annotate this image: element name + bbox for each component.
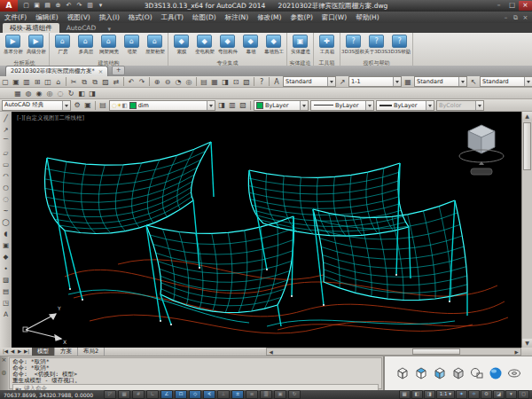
std-toolbar-button-14[interactable]: ↷ xyxy=(137,77,147,87)
status-toggle-grid[interactable]: # xyxy=(132,390,145,399)
menu-item-1[interactable]: 编辑(E) xyxy=(31,12,63,23)
std-toolbar-button-7[interactable]: ✂ xyxy=(68,77,79,87)
command-window-grip[interactable]: × ⚙ xyxy=(0,356,8,390)
draw-tool-11[interactable]: ▣ xyxy=(1,239,11,251)
std-toolbar-button-13[interactable]: ↶ xyxy=(126,77,137,87)
close-button[interactable]: × xyxy=(519,1,532,11)
std-toolbar-button-22[interactable]: ▦ xyxy=(209,77,220,87)
draw-tool-8[interactable]: ∼ xyxy=(1,205,11,216)
chevron-down-icon[interactable] xyxy=(207,101,215,110)
file-tab-close-icon[interactable]: × xyxy=(98,68,103,75)
ribbon-tab-0[interactable]: 模块-幕墙组件 xyxy=(3,23,59,33)
draw-tool-15[interactable]: ▤ xyxy=(1,286,11,297)
draw-tool-7[interactable]: ◌ xyxy=(1,193,11,205)
menu-item-4[interactable]: 格式(O) xyxy=(124,12,157,23)
status-toggle-infer-constraints[interactable]: ◸ xyxy=(104,390,116,399)
std-toolbar-button-11[interactable]: ⇄ xyxy=(111,77,121,87)
viewport-label[interactable]: [-][自定义视图][二维线框] xyxy=(17,114,84,122)
annotation-visibility-icon[interactable]: ✦ xyxy=(456,390,467,399)
menu-item-0[interactable]: 文件(F) xyxy=(0,12,31,23)
chevron-down-icon[interactable] xyxy=(327,77,335,86)
draw-tool-14[interactable]: ▨ xyxy=(1,274,11,286)
ribbon-button[interactable]: ◆幕墙热工 xyxy=(262,34,285,59)
prev-tab-icon[interactable]: ◀ xyxy=(9,348,16,356)
workspace-switch-gear-icon[interactable]: ⚙ xyxy=(481,390,492,399)
status-toggle-quick-properties[interactable]: ▣ xyxy=(274,390,286,399)
toolbar-lock-icon[interactable]: ◪ xyxy=(493,390,505,399)
command-history[interactable]: 命令: *取消*命令: *取消*命令: <切换到: 模型>重生成模型 - 缓存视… xyxy=(9,357,382,389)
layer-isolate-icon[interactable]: ▥ xyxy=(227,100,238,110)
std-toolbar-button-18[interactable]: ◔ xyxy=(173,77,184,87)
color-combo[interactable]: ByLayer xyxy=(254,100,309,111)
chevron-down-icon[interactable] xyxy=(393,77,401,86)
qat-button-3[interactable]: ⊕ xyxy=(53,1,63,11)
secondary-toolbar-button-6[interactable]: ◧ xyxy=(76,89,87,98)
ribbon-button[interactable]: ▶高级分析 xyxy=(25,34,47,59)
scroll-up-icon[interactable]: ▲ xyxy=(522,112,532,121)
ribbon-button[interactable]: ◆弯扭构件 xyxy=(216,34,239,59)
sphere-icon[interactable] xyxy=(488,365,504,381)
ribbon-button[interactable]: ⌂塔架 xyxy=(121,34,143,59)
workspace-combo[interactable]: AutoCAD 经典 xyxy=(2,100,71,111)
ribbon-button[interactable]: ◆索膜 xyxy=(170,34,192,59)
std-toolbar-button-2[interactable]: ▥ xyxy=(21,77,32,87)
annotation-scale-button[interactable]: 1:1 ▾ xyxy=(436,390,455,399)
draw-tool-17[interactable]: A xyxy=(1,309,11,320)
std-toolbar-button-17[interactable]: ⊖ xyxy=(162,77,173,87)
secondary-toolbar-button-7[interactable]: ◨ xyxy=(87,89,98,98)
first-tab-icon[interactable]: |◀ xyxy=(2,348,9,356)
clean-screen-icon[interactable]: ◻ xyxy=(518,390,529,399)
ribbon-button[interactable]: ◆幕墙 xyxy=(239,34,262,59)
layout1-button[interactable]: ◧ xyxy=(411,390,423,399)
std-toolbar-button-25[interactable]: ▧ xyxy=(241,77,252,87)
chevron-down-icon[interactable] xyxy=(524,77,532,86)
qat-button-7[interactable]: ▾ xyxy=(96,1,106,11)
std-toolbar-button-21[interactable]: ▤ xyxy=(199,77,209,87)
layer-previous-icon[interactable]: ◨ xyxy=(216,100,227,110)
status-toggle-dyn[interactable]: ± xyxy=(231,390,244,399)
chevron-down-icon[interactable] xyxy=(458,77,466,86)
draw-tool-16[interactable]: ◳ xyxy=(1,297,11,309)
draw-tool-0[interactable]: ╱ xyxy=(1,113,11,124)
layer-lock-icon[interactable]: ◧ xyxy=(122,102,128,109)
std-toolbar-button-10[interactable]: ▨ xyxy=(100,77,111,87)
status-toggle-osnap[interactable]: ⊡ xyxy=(175,390,187,399)
std-toolbar-button-9[interactable]: ⧉ xyxy=(90,77,100,87)
ribbon-button[interactable]: ◆变电构架 xyxy=(193,34,215,59)
command-wrench-icon[interactable]: ⚙ xyxy=(1,370,6,377)
status-toggle-snap[interactable]: ▦ xyxy=(118,390,130,399)
layer-unisolate-icon[interactable]: ▧ xyxy=(238,100,248,110)
std-toolbar-button-1[interactable]: ▣ xyxy=(11,77,21,87)
maximize-button[interactable]: □ xyxy=(505,1,519,11)
new-tab-button[interactable]: + xyxy=(112,66,125,75)
doc-restore-button[interactable]: ⧉ xyxy=(511,14,520,21)
draw-tool-1[interactable]: ↗ xyxy=(1,124,11,136)
std-toolbar-button-0[interactable]: ▢ xyxy=(0,77,11,87)
workspace-save-icon[interactable]: ▣ xyxy=(82,100,93,110)
std-toolbar-button-8[interactable]: ⧉ xyxy=(79,77,90,87)
next-tab-icon[interactable]: ▶ xyxy=(16,348,23,356)
model-space-button[interactable]: ▦ xyxy=(399,390,411,399)
lineweight-combo[interactable]: ByLayer xyxy=(376,100,434,111)
multileader-style-combo[interactable]: Standard xyxy=(480,76,532,87)
std-toolbar-button-23[interactable]: ◨ xyxy=(220,77,231,87)
scroll-right-icon[interactable]: ▶ xyxy=(512,349,520,355)
chevron-down-icon[interactable] xyxy=(426,101,434,110)
box-front-face-icon[interactable] xyxy=(432,365,448,381)
std-toolbar-button-19[interactable]: ◎ xyxy=(184,77,194,87)
draw-tool-6[interactable]: ○ xyxy=(1,182,11,193)
secondary-toolbar-button-1[interactable]: ◍ xyxy=(23,89,34,98)
drawing-viewport[interactable]: Y X xyxy=(12,112,521,348)
std-toolbar-button-27[interactable]: ? xyxy=(256,77,267,87)
menu-item-8[interactable]: 修改(M) xyxy=(253,12,286,23)
qat-button-1[interactable]: ▣ xyxy=(32,1,42,11)
status-toggle-ortho[interactable]: ∟ xyxy=(146,390,159,399)
draw-tool-10[interactable]: ◖ xyxy=(1,228,11,239)
layout-nav-buttons[interactable]: |◀ ◀ ▶ ▶| xyxy=(2,348,30,356)
secondary-toolbar-button-5[interactable]: ↻ xyxy=(66,89,76,98)
chevron-down-icon[interactable] xyxy=(300,101,308,110)
layout-tab-0[interactable]: 模型 xyxy=(32,348,55,356)
ribbon-button[interactable]: ✚工具箱 xyxy=(316,34,338,59)
dim-style-combo[interactable]: 1-1 xyxy=(348,76,402,87)
minimize-button[interactable]: – xyxy=(492,1,505,11)
